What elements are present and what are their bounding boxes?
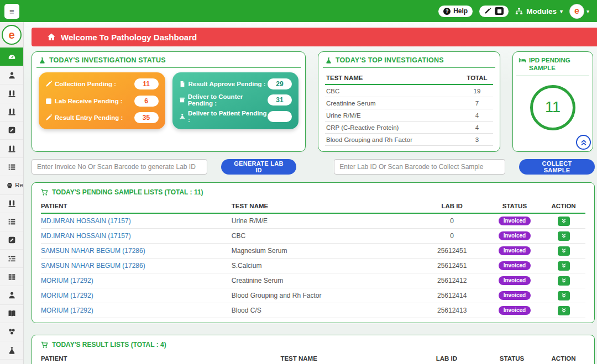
help-button[interactable]: ? Help (438, 6, 473, 17)
chart-icon (45, 98, 52, 104)
lab-receive-pending-row: Lab Receive Pending : 6 (45, 96, 159, 107)
test-name-cell: Creatinine Serum (232, 273, 417, 288)
sidebar-item-grid[interactable] (0, 267, 23, 286)
test-tubes-icon (8, 108, 16, 116)
status-badge: Invoiced (499, 246, 531, 255)
sidebar-item-list[interactable] (0, 157, 23, 176)
column-header-patient: PATIENT (41, 199, 232, 213)
result-approve-pending-count: 29 (268, 78, 292, 89)
doctor-icon (8, 71, 16, 80)
table-row: MORIUM (17292) Blood C/S 25612413 Invoic… (41, 303, 585, 318)
invoice-no-input[interactable] (32, 159, 207, 175)
person-desk-icon (179, 113, 186, 120)
row-action-button[interactable] (558, 217, 570, 226)
sidebar-item-ledger[interactable] (0, 304, 23, 323)
sidebar-item-lab-receive[interactable] (0, 103, 23, 121)
report-label: Re (15, 182, 23, 188)
lab-id-cell: 0 (417, 213, 488, 229)
row-action-button[interactable] (558, 306, 570, 315)
lab-id-cell: 25612412 (417, 273, 488, 288)
sidebar-item-lab[interactable] (0, 341, 23, 359)
total-cell: 4 (461, 122, 493, 134)
home-icon (47, 33, 56, 41)
deliver-counter-pending-row: Deliver to Counter Pending : 31 (179, 93, 292, 107)
sidebar-item-sample-collection[interactable] (0, 84, 23, 102)
patient-link[interactable]: SAMSUN NAHAR BEGUM (17286) (41, 262, 145, 270)
total-cell: 4 (461, 109, 493, 122)
test-name-cell: Creatinine Serum (325, 97, 461, 109)
pending-sample-lists-title: TODAY'S PENDING SAMPLE LISTS (TOTAL : 11… (41, 187, 585, 199)
patient-link[interactable]: MD.IMRAN HOSSAIN (17157) (41, 217, 131, 225)
column-header-test-name: TEST NAME (280, 351, 411, 364)
sidebar-item-settings[interactable] (0, 323, 23, 341)
sidebar-item-report[interactable]: Re (0, 176, 23, 194)
modules-dropdown[interactable]: Modules ▾ (515, 7, 563, 15)
scroll-to-top-button[interactable] (576, 135, 591, 150)
question-icon: ? (443, 8, 451, 15)
top-investigations-card: TODAY'S TOP INVESTIGATIONS TEST NAME TOT… (318, 51, 500, 152)
sidebar-item-dashboard[interactable] (0, 48, 23, 66)
sidebar-item-edit[interactable] (0, 231, 23, 249)
pencil-icon (45, 114, 52, 121)
patient-link[interactable]: MORIUM (17292) (41, 277, 93, 284)
sidebar-item-doctor[interactable] (0, 66, 23, 84)
double-chevron-up-icon (580, 139, 588, 146)
ipd-pending-count: 11 (530, 85, 575, 130)
column-header-test-name: TEST NAME (325, 72, 461, 85)
test-name-cell: Blood Grouping and Rh Factor (325, 134, 461, 146)
collection-pending-count: 11 (134, 78, 159, 89)
generate-lab-id-button[interactable]: GENERATE LAB ID (221, 159, 296, 175)
collection-pending-row: Collection Pending : 11 (45, 78, 159, 89)
user-menu[interactable]: e ▾ (569, 4, 589, 19)
caret-down-icon: ▾ (560, 8, 563, 14)
total-cell: 19 (461, 85, 493, 97)
row-action-button[interactable] (558, 261, 570, 271)
collect-sample-button[interactable]: COLLECT SAMPLE (519, 159, 595, 175)
test-tubes-icon (8, 89, 16, 98)
main-content: Welcome To Pathology Dashboard TODAY'S I… (24, 22, 597, 364)
cart-icon (41, 341, 48, 349)
result-entry-pending-count: 35 (134, 112, 159, 123)
table-row: MORIUM (17292) Blood Grouping and Rh Fac… (41, 288, 585, 303)
lab-id-form: GENERATE LAB ID COLLECT SAMPLE (32, 159, 595, 175)
sidebar-item-test-list[interactable] (0, 213, 23, 231)
row-action-button[interactable] (558, 291, 570, 300)
column-header-action: ACTION (542, 199, 585, 213)
table-row: MORIUM (17292) Creatinine Serum 25612412… (41, 273, 585, 288)
row-action-button[interactable] (558, 246, 570, 256)
lab-id-cell: 25612414 (417, 288, 488, 303)
book-icon (8, 309, 16, 318)
status-badge: Invoiced (499, 291, 531, 300)
hamburger-menu-button[interactable]: ≡ (4, 4, 19, 19)
row-action-button[interactable] (558, 231, 570, 241)
lab-id-input[interactable] (334, 159, 505, 175)
chart-shortcut[interactable] (495, 7, 504, 15)
sidebar-item-task-list[interactable] (0, 249, 23, 267)
flask-icon (39, 57, 46, 64)
test-name-cell: Urine R/M/E (325, 109, 461, 122)
column-header-total: TOTAL (461, 72, 493, 85)
column-header-patient: PATIENT (41, 351, 280, 364)
result-approve-pending-row: Result Approve Pending : 29 (179, 78, 292, 89)
investigation-status-card: TODAY'S INVESTIGATION STATUS Collection … (32, 51, 306, 152)
flask-icon (325, 57, 332, 64)
quick-tools-button[interactable] (479, 6, 509, 17)
patient-link[interactable]: MORIUM (17292) (41, 292, 93, 299)
sidebar-item-investigations[interactable] (0, 139, 23, 157)
test-name-cell: Blood Grouping and Rh Factor (232, 288, 417, 303)
topbar: ≡ ? Help Modules ▾ e ▾ (0, 0, 597, 22)
test-name-cell: CRP (C-Reactive Protein) (325, 122, 461, 134)
hamburger-icon: ≡ (9, 7, 14, 16)
sidebar-item-result-entry[interactable] (0, 121, 23, 139)
bed-icon (519, 57, 526, 64)
patient-link[interactable]: SAMSUN NAHAR BEGUM (17286) (41, 247, 145, 255)
app-logo[interactable]: e (0, 22, 23, 48)
patient-link[interactable]: MORIUM (17292) (41, 307, 93, 314)
sidebar-item-samples[interactable] (0, 194, 23, 213)
lab-id-cell: 0 (417, 229, 488, 244)
row-action-button[interactable] (558, 276, 570, 286)
column-header-status: STATUS (488, 199, 542, 213)
sidebar-item-staff[interactable] (0, 286, 23, 304)
patient-link[interactable]: MD.IMRAN HOSSAIN (17157) (41, 232, 131, 240)
sidebar-item-records[interactable] (0, 359, 23, 364)
